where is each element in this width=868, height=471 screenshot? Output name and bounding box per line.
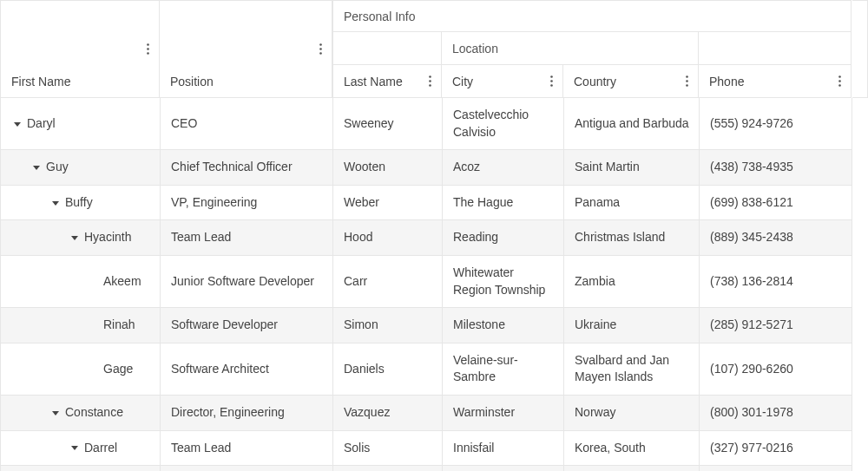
- kebab-icon[interactable]: [141, 41, 154, 58]
- cell-first-name: Hyacinth: [1, 220, 161, 256]
- header-label: Last Name: [333, 75, 403, 88]
- first-name-text: Gage: [103, 361, 133, 378]
- cell-phone-text: (738) 136-2814: [710, 274, 793, 288]
- header-spacer: [332, 32, 442, 65]
- cell-city-text: Innisfail: [453, 441, 494, 455]
- cell-city-text: Whitewater Region Township: [453, 265, 545, 297]
- first-name-text: Buffy: [65, 194, 93, 212]
- svg-point-6: [429, 75, 431, 78]
- cell-last-name-text: Solis: [344, 441, 370, 455]
- expand-collapse-icon[interactable]: [69, 232, 81, 244]
- svg-point-9: [550, 75, 553, 78]
- header-cell-last-name[interactable]: Last Name: [332, 65, 442, 98]
- cell-last-name: Daniels: [333, 343, 443, 395]
- cell-position-text: Software Developer: [171, 317, 278, 331]
- kebab-icon[interactable]: [424, 73, 436, 90]
- cell-city-text: Reading: [453, 230, 498, 244]
- header-cell-first-name[interactable]: First Name: [0, 0, 160, 98]
- table-row[interactable]: BuffyVP, EngineeringWeberThe HaguePanama…: [1, 185, 852, 220]
- cell-phone: (800) 301-1978: [700, 395, 852, 430]
- cell-city: Milestone: [443, 308, 564, 343]
- expand-collapse-icon[interactable]: [30, 161, 43, 173]
- header-cell-phone[interactable]: Phone: [699, 65, 852, 98]
- cell-last-name: Simon: [333, 308, 443, 343]
- cell-last-name-text: Hood: [344, 230, 372, 244]
- cell-position-text: Team Lead: [171, 441, 231, 455]
- first-name-text: Daryl: [27, 115, 56, 133]
- kebab-icon[interactable]: [833, 73, 845, 90]
- cell-country: Norway: [564, 395, 700, 430]
- cell-last-name: Yang: [333, 466, 443, 471]
- cell-last-name-text: Vazquez: [344, 405, 390, 419]
- grid-body-scroll[interactable]: DarylCEOSweeneyCastelvecchio CalvisioAnt…: [0, 98, 868, 471]
- kebab-icon[interactable]: [545, 73, 557, 90]
- cell-position-text: Junior Software Developer: [171, 274, 314, 288]
- cell-phone-text: (555) 924-9726: [710, 116, 793, 130]
- header-cell-country[interactable]: Country: [563, 65, 699, 98]
- svg-point-12: [686, 75, 688, 78]
- cell-last-name: Weber: [333, 185, 443, 220]
- scroll-gutter: [852, 0, 868, 98]
- svg-point-14: [686, 84, 688, 87]
- table-row[interactable]: BrianSenior Software DeveloperYangOromoc…: [1, 466, 852, 471]
- indent: [88, 319, 100, 331]
- cell-first-name: Daryl: [1, 98, 161, 150]
- expand-collapse-icon[interactable]: [69, 442, 81, 454]
- table-row[interactable]: DarylCEOSweeneyCastelvecchio CalvisioAnt…: [1, 98, 852, 150]
- table-row[interactable]: HyacinthTeam LeadHoodReadingChristmas Is…: [1, 220, 852, 256]
- header-spacer: [699, 32, 852, 65]
- cell-position-text: Software Architect: [171, 362, 269, 376]
- table-row[interactable]: GuyChief Technical OfficerWootenAcozSain…: [1, 150, 852, 186]
- cell-phone-text: (107) 290-6260: [710, 362, 793, 376]
- cell-phone: (438) 738-4935: [700, 150, 852, 186]
- first-name-text: Akeem: [103, 273, 141, 291]
- cell-last-name-text: Sweeney: [344, 116, 394, 130]
- cell-city: Innisfail: [443, 430, 564, 466]
- tree-list-grid: First Name Position Personal Info Locati…: [0, 0, 868, 471]
- cell-city: The Hague: [443, 185, 564, 220]
- expand-collapse-icon[interactable]: [49, 197, 62, 209]
- cell-phone: (285) 912-5271: [700, 308, 852, 343]
- table-row[interactable]: GageSoftware ArchitectDanielsVelaine-sur…: [1, 343, 852, 395]
- cell-position: VP, Engineering: [161, 185, 333, 220]
- table-row[interactable]: RinahSoftware DeveloperSimonMilestoneUkr…: [1, 308, 852, 343]
- cell-first-name: Rinah: [1, 308, 161, 343]
- cell-phone-text: (327) 977-0216: [710, 441, 793, 455]
- indent: [88, 276, 100, 288]
- cell-position: Director, Engineering: [161, 395, 333, 430]
- svg-point-3: [319, 43, 322, 46]
- cell-last-name: Vazquez: [333, 395, 443, 430]
- header-label: Phone: [699, 75, 744, 88]
- kebab-icon[interactable]: [681, 73, 693, 90]
- header-cell-position[interactable]: Position: [160, 0, 332, 98]
- cell-position-text: Team Lead: [171, 230, 231, 244]
- cell-position: Chief Technical Officer: [161, 150, 333, 186]
- cell-position-text: CEO: [171, 116, 197, 130]
- header-label: City: [442, 75, 473, 88]
- expand-collapse-icon[interactable]: [49, 407, 62, 419]
- first-name-text: Hyacinth: [84, 229, 131, 246]
- header-group-location: Location: [442, 32, 699, 65]
- indent: [88, 363, 100, 375]
- kebab-icon[interactable]: [314, 41, 326, 58]
- table-row[interactable]: AkeemJunior Software DeveloperCarrWhitew…: [1, 255, 852, 307]
- expand-collapse-icon[interactable]: [11, 118, 23, 130]
- cell-phone: (107) 290-6260: [700, 343, 852, 395]
- table-row[interactable]: ConstanceDirector, EngineeringVazquezWar…: [1, 395, 852, 430]
- cell-last-name: Carr: [333, 255, 443, 307]
- cell-city-text: Acoz: [453, 160, 480, 173]
- first-name-text: Guy: [46, 159, 69, 176]
- first-name-text: Rinah: [103, 317, 135, 334]
- cell-phone-text: (800) 301-1978: [710, 405, 793, 419]
- grid-body-table: DarylCEOSweeneyCastelvecchio CalvisioAnt…: [0, 98, 852, 471]
- cell-position: Junior Software Developer: [161, 255, 333, 307]
- svg-point-17: [838, 84, 841, 87]
- cell-position: Team Lead: [161, 430, 333, 466]
- header-label: Location: [442, 33, 509, 64]
- svg-point-10: [550, 80, 553, 82]
- cell-city: Velaine-sur-Sambre: [443, 343, 564, 395]
- table-row[interactable]: DarrelTeam LeadSolisInnisfailKorea, Sout…: [1, 430, 852, 466]
- header-cell-city[interactable]: City: [442, 65, 563, 98]
- cell-position: Team Lead: [161, 220, 333, 256]
- svg-point-7: [429, 80, 431, 82]
